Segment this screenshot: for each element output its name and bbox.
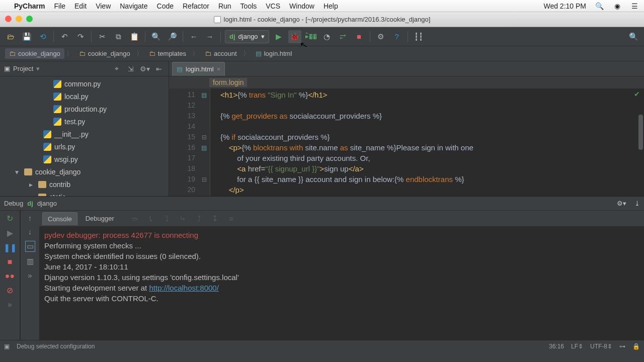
more-icon[interactable]: » (8, 300, 12, 309)
stop-debug-icon[interactable]: ■ (8, 257, 13, 266)
run-button[interactable]: ▶ (272, 30, 285, 43)
code-area[interactable]: <h1>{% trans "Sign In" %}</h1> {% get_pr… (210, 88, 644, 196)
mute-breakpoints-icon[interactable]: ⊘ (7, 286, 13, 295)
menu-window[interactable]: Window (289, 2, 314, 10)
tab-login-html[interactable]: ▤ login.html × (172, 62, 225, 76)
coverage-button[interactable]: ▶�ི� (304, 30, 317, 43)
layout-icon[interactable]: ▭ (25, 241, 35, 252)
find-icon[interactable]: 🔍 (149, 30, 163, 43)
menu-code[interactable]: Code (157, 2, 174, 10)
profile-button[interactable]: ◔ (320, 30, 334, 43)
debug-button[interactable]: 🐞 (288, 30, 301, 43)
pause-icon[interactable]: ❚❚ (4, 243, 17, 252)
structure-icon[interactable]: ┇┇ (412, 30, 425, 43)
caret-position[interactable]: 36:16 (549, 343, 564, 350)
project-tree[interactable]: common.pylocal.pyproduction.pytest.py__i… (0, 76, 169, 196)
inspection-ok-icon[interactable]: ✔ (634, 90, 640, 98)
paste-icon[interactable]: 📋 (128, 30, 141, 43)
line-separator[interactable]: LF⇕ (571, 343, 583, 350)
settings-icon[interactable]: ⚙ (374, 30, 387, 43)
menu-run[interactable]: Run (218, 2, 231, 10)
crumb-root[interactable]: 🗀cookie_django (5, 48, 64, 59)
app-name[interactable]: PyCharm (14, 2, 45, 10)
step-over-icon[interactable]: ⤼ (128, 212, 141, 225)
menu-tools[interactable]: Tools (240, 2, 257, 10)
step-out-icon[interactable]: ⤴ (193, 212, 206, 225)
replace-icon[interactable]: 🔎 (166, 30, 179, 43)
step-into-icon[interactable]: ⤹ (144, 212, 157, 225)
spotlight-icon[interactable]: 🔍 (595, 2, 604, 10)
project-tool-icon[interactable]: ▣ (4, 65, 10, 72)
undo-icon[interactable]: ↶ (58, 30, 71, 43)
crumb-2[interactable]: 🗀templates (145, 48, 190, 59)
tree-item[interactable]: __init__.py (0, 128, 169, 140)
file-encoding[interactable]: UTF-8⇕ (590, 343, 612, 350)
tree-item[interactable]: urls.py (0, 140, 169, 153)
resume-icon[interactable]: ▶ (7, 228, 13, 238)
crumb-3[interactable]: 🗀account (201, 48, 241, 59)
search-everywhere-icon[interactable]: 🔍 (627, 30, 640, 43)
force-step-icon[interactable]: ⤷ (177, 212, 190, 225)
attach-button[interactable]: ⥂ (337, 30, 350, 43)
console-output[interactable]: pydev debugger: process 42677 is connect… (39, 227, 644, 340)
layout-2-icon[interactable]: ▥ (27, 257, 34, 266)
crumb-file[interactable]: ▤login.html (252, 48, 296, 59)
open-icon[interactable]: 🗁 (4, 30, 17, 43)
menu-vcs[interactable]: VCS (266, 2, 280, 10)
down-stack-icon[interactable]: ↓ (28, 227, 32, 236)
siri-icon[interactable]: ◉ (613, 2, 621, 10)
sync-icon[interactable]: ⟲ (36, 30, 49, 43)
scroll-from-source-icon[interactable]: ⌖ (111, 63, 122, 74)
close-window-button[interactable] (5, 16, 12, 22)
zoom-window-button[interactable] (26, 16, 33, 22)
project-label[interactable]: Project (13, 65, 33, 72)
redo-icon[interactable]: ↷ (74, 30, 87, 43)
tree-item[interactable]: wsgi.py (0, 153, 169, 165)
up-stack-icon[interactable]: ↑ (28, 214, 32, 222)
debug-settings-icon[interactable]: ⚙▾ (617, 200, 626, 207)
run-config-selector[interactable]: djdjango▾ (225, 30, 269, 43)
hide-tool-icon[interactable]: ⇤ (153, 63, 165, 74)
tree-item[interactable]: production.py (0, 103, 169, 115)
save-icon[interactable]: 💾 (20, 30, 33, 43)
context-info[interactable]: ⊶ (619, 343, 625, 350)
menu-navigate[interactable]: Navigate (120, 2, 147, 10)
tab-close-icon[interactable]: × (217, 65, 221, 73)
readonly-lock-icon[interactable]: 🔒 (632, 343, 640, 350)
stop-button[interactable]: ■ (353, 30, 366, 43)
forward-icon[interactable]: → (203, 30, 216, 43)
tab-debugger[interactable]: Debugger (80, 212, 119, 225)
more-2-icon[interactable]: » (28, 271, 32, 280)
tool-settings-icon[interactable]: ⚙▾ (139, 63, 150, 74)
tool-windows-icon[interactable]: ▣ (4, 343, 10, 350)
cut-icon[interactable]: ✂ (96, 30, 109, 43)
tree-item[interactable]: ▾cookie_django (0, 165, 169, 178)
tree-item[interactable]: common.py (0, 77, 169, 90)
rerun-icon[interactable]: ↻ (7, 214, 13, 223)
tree-item[interactable]: test.py (0, 115, 169, 128)
notification-center-icon[interactable]: ☰ (630, 2, 639, 10)
evaluate-icon[interactable]: ≡ (225, 212, 238, 225)
menu-edit[interactable]: Edit (74, 2, 87, 10)
menu-view[interactable]: View (96, 2, 111, 10)
minimize-window-button[interactable] (16, 16, 22, 22)
back-icon[interactable]: ← (187, 30, 200, 43)
copy-icon[interactable]: ⧉ (112, 30, 125, 43)
view-breakpoints-icon[interactable]: ●● (5, 272, 15, 281)
collapse-all-icon[interactable]: ⇲ (125, 63, 136, 74)
crumb-1[interactable]: 🗀cookie_django (75, 48, 134, 59)
tree-item[interactable]: local.py (0, 90, 169, 103)
tab-console[interactable]: Console (42, 212, 77, 225)
menu-refactor[interactable]: Refactor (183, 2, 209, 10)
tree-item[interactable]: ▸static (0, 191, 169, 196)
step-into-my-icon[interactable]: ⤵ (160, 212, 174, 225)
menu-file[interactable]: File (54, 2, 65, 10)
run-to-cursor-icon[interactable]: ↧ (209, 212, 222, 225)
gutter-icons[interactable]: ▤⊟▤⊟ (198, 88, 210, 196)
menu-help[interactable]: Help (324, 2, 338, 10)
editor-scrollbar[interactable] (638, 115, 643, 150)
help-icon[interactable]: ? (390, 30, 404, 43)
debug-hide-icon[interactable]: ⤓ (630, 200, 640, 207)
tree-item[interactable]: ▸contrib (0, 178, 169, 191)
line-numbers: 11121314151617181920 (169, 88, 198, 196)
